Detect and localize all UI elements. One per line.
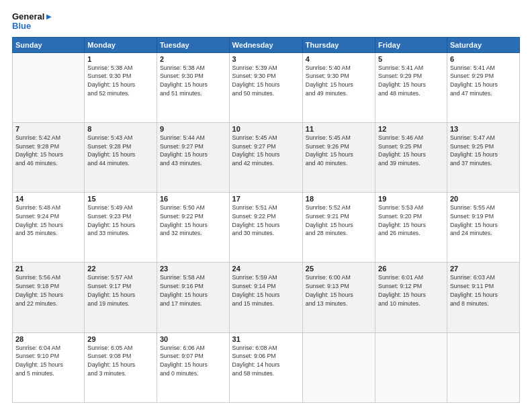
calendar-cell: 16Sunrise: 5:50 AMSunset: 9:22 PMDayligh… (157, 193, 229, 263)
day-number: 22 (87, 265, 154, 273)
header-thursday: Thursday (302, 37, 375, 52)
calendar-cell: 17Sunrise: 5:51 AMSunset: 9:22 PMDayligh… (229, 193, 302, 263)
calendar-cell: 26Sunrise: 6:01 AMSunset: 9:12 PMDayligh… (375, 263, 447, 332)
day-info: Sunrise: 6:04 AMSunset: 9:10 PMDaylight:… (15, 344, 81, 378)
day-info: Sunrise: 5:45 AMSunset: 9:27 PMDaylight:… (232, 134, 300, 168)
calendar-cell: 14Sunrise: 5:48 AMSunset: 9:24 PMDayligh… (13, 193, 85, 263)
day-info: Sunrise: 5:42 AMSunset: 9:28 PMDaylight:… (15, 134, 81, 168)
day-number: 10 (232, 125, 300, 133)
day-number: 5 (378, 55, 444, 63)
day-number: 13 (450, 125, 517, 133)
day-info: Sunrise: 5:58 AMSunset: 9:16 PMDaylight:… (160, 273, 226, 308)
day-info: Sunrise: 5:57 AMSunset: 9:17 PMDaylight:… (87, 273, 154, 308)
day-info: Sunrise: 5:41 AMSunset: 9:29 PMDaylight:… (378, 64, 444, 98)
day-number: 17 (232, 195, 300, 203)
week-row-3: 14Sunrise: 5:48 AMSunset: 9:24 PMDayligh… (13, 193, 520, 263)
day-number: 18 (306, 195, 372, 203)
day-number: 30 (160, 335, 226, 343)
header-saturday: Saturday (447, 37, 519, 52)
day-info: Sunrise: 5:45 AMSunset: 9:26 PMDaylight:… (306, 134, 372, 168)
calendar-cell: 8Sunrise: 5:43 AMSunset: 9:28 PMDaylight… (85, 122, 157, 192)
calendar-cell: 12Sunrise: 5:46 AMSunset: 9:25 PMDayligh… (375, 122, 447, 192)
day-number: 11 (306, 125, 372, 133)
day-number: 26 (378, 265, 444, 273)
day-info: Sunrise: 5:38 AMSunset: 9:30 PMDaylight:… (160, 64, 226, 98)
day-number: 21 (15, 265, 81, 273)
day-info: Sunrise: 5:59 AMSunset: 9:14 PMDaylight:… (232, 273, 300, 308)
calendar-cell: 29Sunrise: 6:05 AMSunset: 9:08 PMDayligh… (85, 332, 157, 402)
day-info: Sunrise: 5:41 AMSunset: 9:29 PMDaylight:… (450, 64, 517, 98)
calendar-cell: 2Sunrise: 5:38 AMSunset: 9:30 PMDaylight… (157, 52, 229, 122)
week-row-5: 28Sunrise: 6:04 AMSunset: 9:10 PMDayligh… (13, 332, 520, 402)
header-sunday: Sunday (13, 37, 85, 52)
day-info: Sunrise: 6:03 AMSunset: 9:11 PMDaylight:… (450, 273, 517, 308)
day-info: Sunrise: 5:52 AMSunset: 9:21 PMDaylight:… (306, 203, 372, 238)
day-number: 4 (306, 55, 372, 63)
week-row-2: 7Sunrise: 5:42 AMSunset: 9:28 PMDaylight… (13, 122, 520, 192)
week-row-4: 21Sunrise: 5:56 AMSunset: 9:18 PMDayligh… (13, 263, 520, 332)
day-number: 24 (232, 265, 300, 273)
day-number: 25 (306, 265, 372, 273)
day-number: 31 (232, 335, 300, 343)
logo-blue: Blue (12, 21, 53, 31)
calendar-cell: 15Sunrise: 5:49 AMSunset: 9:23 PMDayligh… (85, 193, 157, 263)
calendar-cell: 22Sunrise: 5:57 AMSunset: 9:17 PMDayligh… (85, 263, 157, 332)
calendar-table: SundayMondayTuesdayWednesdayThursdayFrid… (12, 37, 520, 403)
calendar-cell: 21Sunrise: 5:56 AMSunset: 9:18 PMDayligh… (13, 263, 85, 332)
day-number: 15 (87, 195, 154, 203)
calendar-cell (302, 332, 375, 402)
day-number: 1 (87, 55, 154, 63)
calendar-cell (447, 332, 519, 402)
calendar-cell: 6Sunrise: 5:41 AMSunset: 9:29 PMDaylight… (447, 52, 519, 122)
header-friday: Friday (375, 37, 447, 52)
calendar-cell (375, 332, 447, 402)
calendar-cell: 24Sunrise: 5:59 AMSunset: 9:14 PMDayligh… (229, 263, 302, 332)
header-wednesday: Wednesday (229, 37, 302, 52)
header: General► Blue (12, 12, 520, 32)
day-number: 2 (160, 55, 226, 63)
week-row-1: 1Sunrise: 5:38 AMSunset: 9:30 PMDaylight… (13, 52, 520, 122)
calendar-cell: 19Sunrise: 5:53 AMSunset: 9:20 PMDayligh… (375, 193, 447, 263)
calendar-cell: 27Sunrise: 6:03 AMSunset: 9:11 PMDayligh… (447, 263, 519, 332)
day-number: 7 (15, 125, 81, 133)
day-info: Sunrise: 5:51 AMSunset: 9:22 PMDaylight:… (232, 203, 300, 238)
day-info: Sunrise: 6:01 AMSunset: 9:12 PMDaylight:… (378, 273, 444, 308)
calendar-cell: 4Sunrise: 5:40 AMSunset: 9:30 PMDaylight… (302, 52, 375, 122)
day-info: Sunrise: 6:00 AMSunset: 9:13 PMDaylight:… (306, 273, 372, 308)
day-info: Sunrise: 6:08 AMSunset: 9:06 PMDaylight:… (232, 344, 300, 378)
day-info: Sunrise: 5:40 AMSunset: 9:30 PMDaylight:… (306, 64, 372, 98)
page: General► Blue SundayMondayTuesdayWednesd… (0, 0, 532, 411)
day-info: Sunrise: 5:53 AMSunset: 9:20 PMDaylight:… (378, 203, 444, 238)
day-info: Sunrise: 5:55 AMSunset: 9:19 PMDaylight:… (450, 203, 517, 238)
day-number: 27 (450, 265, 517, 273)
day-number: 20 (450, 195, 517, 203)
calendar-cell: 9Sunrise: 5:44 AMSunset: 9:27 PMDaylight… (157, 122, 229, 192)
day-info: Sunrise: 5:48 AMSunset: 9:24 PMDaylight:… (15, 203, 81, 238)
calendar-cell: 5Sunrise: 5:41 AMSunset: 9:29 PMDaylight… (375, 52, 447, 122)
day-number: 9 (160, 125, 226, 133)
header-monday: Monday (85, 37, 157, 52)
calendar-cell: 11Sunrise: 5:45 AMSunset: 9:26 PMDayligh… (302, 122, 375, 192)
logo-general: General► (12, 12, 53, 21)
day-number: 16 (160, 195, 226, 203)
calendar-cell: 23Sunrise: 5:58 AMSunset: 9:16 PMDayligh… (157, 263, 229, 332)
day-number: 12 (378, 125, 444, 133)
day-info: Sunrise: 6:06 AMSunset: 9:07 PMDaylight:… (160, 344, 226, 378)
day-number: 6 (450, 55, 517, 63)
day-number: 23 (160, 265, 226, 273)
calendar-cell: 18Sunrise: 5:52 AMSunset: 9:21 PMDayligh… (302, 193, 375, 263)
day-info: Sunrise: 5:47 AMSunset: 9:25 PMDaylight:… (450, 134, 517, 168)
calendar-cell: 3Sunrise: 5:39 AMSunset: 9:30 PMDaylight… (229, 52, 302, 122)
day-number: 28 (15, 335, 81, 343)
day-info: Sunrise: 5:43 AMSunset: 9:28 PMDaylight:… (87, 134, 154, 168)
day-number: 14 (15, 195, 81, 203)
day-info: Sunrise: 5:44 AMSunset: 9:27 PMDaylight:… (160, 134, 226, 168)
day-info: Sunrise: 5:46 AMSunset: 9:25 PMDaylight:… (378, 134, 444, 168)
calendar-cell: 30Sunrise: 6:06 AMSunset: 9:07 PMDayligh… (157, 332, 229, 402)
calendar-cell: 1Sunrise: 5:38 AMSunset: 9:30 PMDaylight… (85, 52, 157, 122)
day-info: Sunrise: 5:56 AMSunset: 9:18 PMDaylight:… (15, 273, 81, 308)
header-row: SundayMondayTuesdayWednesdayThursdayFrid… (13, 37, 520, 52)
calendar-cell: 28Sunrise: 6:04 AMSunset: 9:10 PMDayligh… (13, 332, 85, 402)
calendar-cell: 13Sunrise: 5:47 AMSunset: 9:25 PMDayligh… (447, 122, 519, 192)
day-number: 3 (232, 55, 300, 63)
